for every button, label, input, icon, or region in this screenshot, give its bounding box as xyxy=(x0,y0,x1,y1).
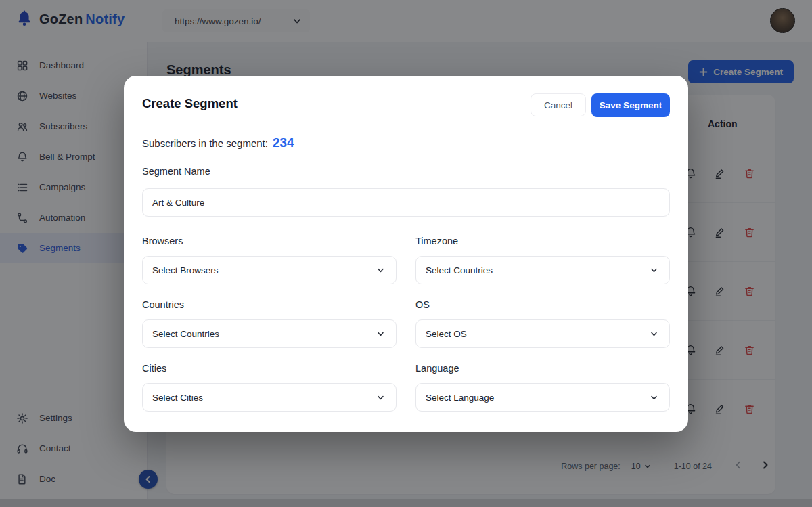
cancel-button[interactable]: Cancel xyxy=(531,93,586,116)
timezone-label: Timezone xyxy=(415,236,458,246)
timezone-select[interactable]: Select Countries xyxy=(415,256,670,284)
segment-name-label: Segment Name xyxy=(142,166,210,177)
cities-label: Cities xyxy=(142,363,166,374)
create-segment-modal: Create Segment Cancel Save Segment Subsc… xyxy=(124,76,688,432)
language-select[interactable]: Select Language xyxy=(415,383,670,412)
chevron-down-icon xyxy=(376,330,385,338)
modal-title: Create Segment xyxy=(142,96,238,111)
browsers-label: Browsers xyxy=(142,236,183,246)
modal-actions: Cancel Save Segment xyxy=(531,93,670,117)
subscribers-label: Subscribers in the segment: xyxy=(142,137,268,149)
chevron-down-icon xyxy=(376,393,385,402)
countries-label: Countries xyxy=(142,299,184,310)
subscribers-summary: Subscribers in the segment: 234 xyxy=(142,135,294,150)
os-label: OS xyxy=(415,299,430,310)
save-segment-button[interactable]: Save Segment xyxy=(591,93,670,117)
browsers-select[interactable]: Select Browsers xyxy=(142,256,397,284)
segment-name-input[interactable] xyxy=(142,188,670,217)
chevron-down-icon xyxy=(650,393,658,402)
chevron-down-icon xyxy=(650,330,658,338)
countries-select[interactable]: Select Countries xyxy=(142,319,397,348)
subscribers-count: 234 xyxy=(273,135,294,150)
cities-select[interactable]: Select Cities xyxy=(142,383,397,412)
app-window: GoZenNotify https://www.gozen.io/ Dashbo… xyxy=(0,0,812,507)
os-select[interactable]: Select OS xyxy=(415,319,670,348)
language-label: Language xyxy=(415,363,459,374)
chevron-down-icon xyxy=(376,266,385,275)
chevron-down-icon xyxy=(650,266,658,275)
